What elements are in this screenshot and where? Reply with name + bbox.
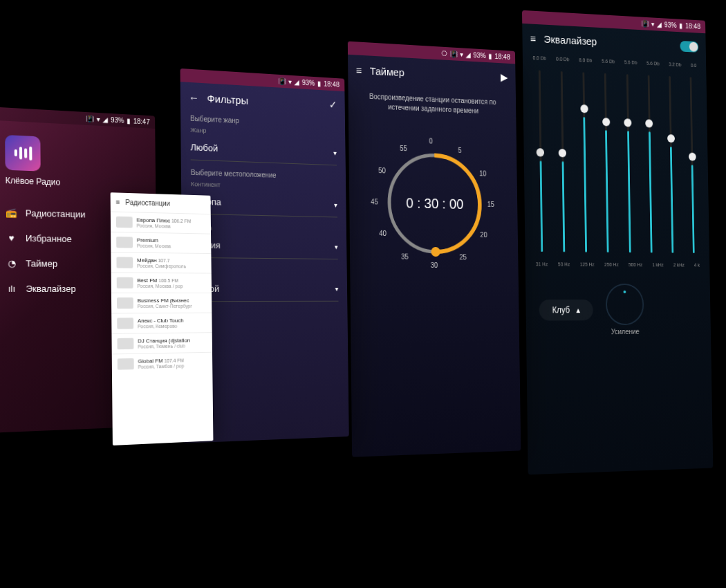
eq-db-label: 8.0 Db xyxy=(579,57,592,63)
battery-icon: ▮ xyxy=(679,22,683,30)
gain-knob[interactable] xyxy=(606,284,644,325)
genre-select[interactable]: Любой▾ xyxy=(190,135,337,165)
eq-toggle[interactable] xyxy=(680,40,698,52)
dial-tick: 15 xyxy=(487,201,494,208)
page-title: Фильтры xyxy=(207,92,248,106)
station-location: Россия, Кемерово xyxy=(138,323,207,329)
vibrate-icon: 📳 xyxy=(449,50,457,57)
station-location: Россия, Москва / pop xyxy=(137,284,206,288)
eq-band-slider[interactable] xyxy=(555,71,570,252)
screen-equalizer: 📳▾◢ 93%▮ 18:48 ≡ Эквалайзер 0.0 Db0.0 Db… xyxy=(522,10,713,475)
battery-label: 93% xyxy=(473,51,485,59)
eq-db-label: 5.6 Db xyxy=(624,59,637,65)
eq-band-slider[interactable] xyxy=(621,74,636,252)
station-logo xyxy=(117,277,133,288)
city-select[interactable]: Любой▾ xyxy=(192,276,338,302)
radio-icon: 📻 xyxy=(6,207,17,219)
station-row[interactable]: Business FM (Бизнес Россия, Санкт-Петерб… xyxy=(111,293,212,313)
select-value: Любой xyxy=(190,142,218,154)
stations-popup: ≡Радиостанции Европа Плюс106.2 FM Россия… xyxy=(111,192,214,445)
preset-select[interactable]: Клуб ▴ xyxy=(539,300,593,321)
timer-icon: ◔ xyxy=(6,257,17,268)
menu-label: Избранное xyxy=(26,232,72,244)
hamburger-icon[interactable]: ≡ xyxy=(356,64,362,76)
station-row[interactable]: DJ Станция (djstation Россия, Тюмень / c… xyxy=(111,332,212,353)
clock-label: 18:48 xyxy=(494,53,510,61)
back-icon[interactable]: ← xyxy=(189,91,199,104)
eq-band-slider[interactable] xyxy=(685,77,700,253)
eq-freq-label: 1 kHz xyxy=(652,262,663,267)
apply-icon[interactable]: ✓ xyxy=(329,99,337,111)
station-logo xyxy=(117,297,133,309)
eq-freq-label: 31 Hz xyxy=(536,261,548,266)
wifi-icon: ▾ xyxy=(288,78,292,86)
svg-point-1 xyxy=(431,247,440,257)
eq-freq-label: 2 kHz xyxy=(673,262,685,267)
station-row[interactable]: Апекс - Club Touch Россия, Кемерово xyxy=(111,313,212,333)
status-bar: 📳 ▾ ◢ 93% ▮ 18:47 xyxy=(0,107,155,129)
dial-tick: 25 xyxy=(459,253,466,261)
station-row[interactable]: Premium Россия, Москва xyxy=(111,232,211,253)
clock-label: 18:48 xyxy=(685,22,700,30)
dial-tick: 50 xyxy=(378,167,386,174)
wifi-icon: ▾ xyxy=(460,50,463,58)
dial-tick: 35 xyxy=(401,252,409,260)
eq-freq-label: 53 Hz xyxy=(558,261,570,266)
station-location: Россия, Тамбов / pop xyxy=(138,363,207,369)
eq-band-slider[interactable] xyxy=(532,70,548,252)
eq-db-label: 0.0 Db xyxy=(533,55,547,61)
eq-db-label: 3.2 Db xyxy=(669,62,682,67)
chevron-down-icon: ▾ xyxy=(335,285,339,293)
station-logo xyxy=(118,358,134,370)
station-location: Россия, Москва xyxy=(137,223,206,230)
station-row[interactable]: Европа Плюс106.2 FM Россия, Москва xyxy=(111,211,211,233)
eq-band-slider[interactable] xyxy=(599,73,614,252)
clock-label: 18:47 xyxy=(133,118,150,126)
eq-icon: ılı xyxy=(6,283,18,294)
gain-label: Усиление xyxy=(606,328,644,336)
chevron-up-icon: ▴ xyxy=(576,305,580,315)
popup-title: Радиостанции xyxy=(125,199,170,208)
country-select[interactable]: Россия▾ xyxy=(192,232,338,259)
station-location: Россия, Москва xyxy=(137,244,206,249)
station-row[interactable]: Global FM107.4 FM Россия, Тамбов / pop xyxy=(112,352,213,374)
page-title: Таймер xyxy=(370,64,404,78)
menu-label: Таймер xyxy=(26,258,57,269)
chevron-down-icon: ▾ xyxy=(335,243,338,250)
dial-tick: 20 xyxy=(480,231,487,239)
station-location: Россия, Тюмень / club xyxy=(138,343,207,349)
clock-label: 18:48 xyxy=(324,80,339,89)
dial-tick: 10 xyxy=(479,169,486,177)
vibrate-icon: 📳 xyxy=(641,19,649,27)
eq-band-slider[interactable] xyxy=(642,75,658,252)
continent-select[interactable]: Европа▾ xyxy=(191,189,337,217)
station-location: Россия, Симферополь xyxy=(137,264,206,269)
eq-db-label: 5.6 Db xyxy=(646,61,660,66)
battery-icon: ▮ xyxy=(488,53,492,60)
app-logo xyxy=(5,135,41,172)
eq-freq-row: 31 Hz53 Hz125 Hz250 Hz500 Hz1 kHz2 kHz4 … xyxy=(525,259,710,270)
eq-sliders xyxy=(523,62,709,260)
hamburger-icon[interactable]: ≡ xyxy=(116,199,120,206)
station-row[interactable]: Мейдан107.7 Россия, Симферополь xyxy=(111,252,211,273)
battery-label: 93% xyxy=(664,21,677,29)
station-row[interactable]: Best FM100.5 FM Россия, Москва / pop xyxy=(111,273,212,293)
dial-tick: 55 xyxy=(400,145,407,152)
timer-value: 0 : 30 : 00 xyxy=(406,195,463,212)
eq-band-slider[interactable] xyxy=(664,76,679,253)
eq-db-label: 0.0 Db xyxy=(556,57,569,62)
station-name: Business FM (Бизнес xyxy=(138,297,207,304)
menu-label: Эквалайзер xyxy=(26,283,75,293)
play-icon[interactable]: ▶ xyxy=(501,71,508,84)
station-logo xyxy=(116,237,133,248)
timer-dial[interactable]: 0 : 30 : 00 0510152025303540455055 xyxy=(369,132,499,273)
battery-icon: ▮ xyxy=(127,117,131,125)
signal-icon: ◢ xyxy=(465,51,470,59)
battery-icon: ▮ xyxy=(317,80,322,87)
battery-label: 93% xyxy=(111,116,124,125)
hamburger-icon[interactable]: ≡ xyxy=(530,33,537,45)
eq-band-slider[interactable] xyxy=(577,72,593,252)
eq-freq-label: 125 Hz xyxy=(580,262,595,267)
vibrate-icon: 📳 xyxy=(86,115,94,122)
signal-icon: ◢ xyxy=(657,21,662,28)
